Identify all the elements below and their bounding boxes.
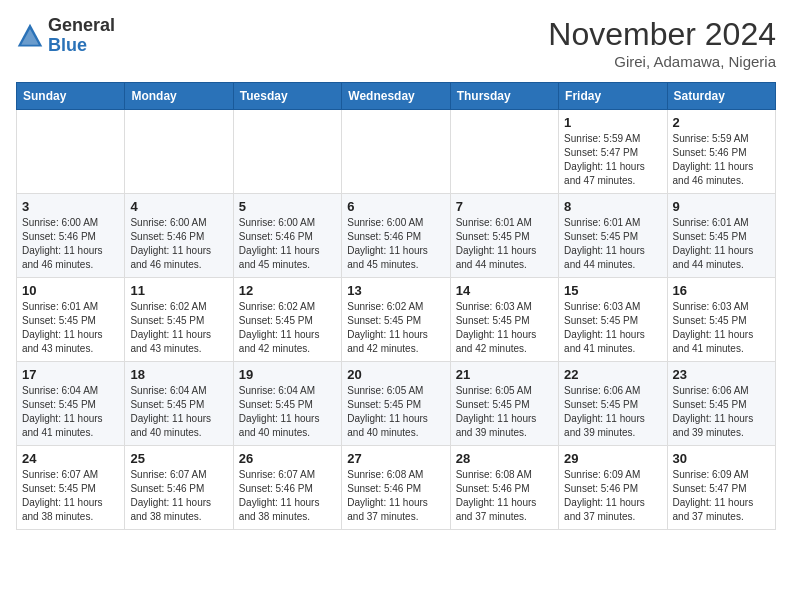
day-number: 21 xyxy=(456,367,553,382)
day-info: Sunrise: 6:08 AM Sunset: 5:46 PM Dayligh… xyxy=(456,468,553,524)
day-number: 19 xyxy=(239,367,336,382)
weekday-header-wednesday: Wednesday xyxy=(342,83,450,110)
weekday-header-thursday: Thursday xyxy=(450,83,558,110)
day-cell: 27Sunrise: 6:08 AM Sunset: 5:46 PM Dayli… xyxy=(342,446,450,530)
day-number: 14 xyxy=(456,283,553,298)
day-info: Sunrise: 6:06 AM Sunset: 5:45 PM Dayligh… xyxy=(564,384,661,440)
day-info: Sunrise: 6:01 AM Sunset: 5:45 PM Dayligh… xyxy=(456,216,553,272)
day-cell: 26Sunrise: 6:07 AM Sunset: 5:46 PM Dayli… xyxy=(233,446,341,530)
day-number: 24 xyxy=(22,451,119,466)
day-number: 2 xyxy=(673,115,770,130)
day-number: 10 xyxy=(22,283,119,298)
day-cell: 14Sunrise: 6:03 AM Sunset: 5:45 PM Dayli… xyxy=(450,278,558,362)
day-cell: 8Sunrise: 6:01 AM Sunset: 5:45 PM Daylig… xyxy=(559,194,667,278)
day-cell: 6Sunrise: 6:00 AM Sunset: 5:46 PM Daylig… xyxy=(342,194,450,278)
calendar-body: 1Sunrise: 5:59 AM Sunset: 5:47 PM Daylig… xyxy=(17,110,776,530)
day-cell: 10Sunrise: 6:01 AM Sunset: 5:45 PM Dayli… xyxy=(17,278,125,362)
day-cell: 11Sunrise: 6:02 AM Sunset: 5:45 PM Dayli… xyxy=(125,278,233,362)
day-info: Sunrise: 5:59 AM Sunset: 5:46 PM Dayligh… xyxy=(673,132,770,188)
day-cell: 15Sunrise: 6:03 AM Sunset: 5:45 PM Dayli… xyxy=(559,278,667,362)
weekday-header-sunday: Sunday xyxy=(17,83,125,110)
day-info: Sunrise: 6:02 AM Sunset: 5:45 PM Dayligh… xyxy=(239,300,336,356)
day-number: 27 xyxy=(347,451,444,466)
day-number: 25 xyxy=(130,451,227,466)
day-number: 9 xyxy=(673,199,770,214)
day-info: Sunrise: 6:01 AM Sunset: 5:45 PM Dayligh… xyxy=(22,300,119,356)
day-info: Sunrise: 6:04 AM Sunset: 5:45 PM Dayligh… xyxy=(22,384,119,440)
day-number: 11 xyxy=(130,283,227,298)
day-number: 1 xyxy=(564,115,661,130)
weekday-header-friday: Friday xyxy=(559,83,667,110)
day-cell: 17Sunrise: 6:04 AM Sunset: 5:45 PM Dayli… xyxy=(17,362,125,446)
day-info: Sunrise: 6:03 AM Sunset: 5:45 PM Dayligh… xyxy=(456,300,553,356)
day-number: 17 xyxy=(22,367,119,382)
day-number: 23 xyxy=(673,367,770,382)
weekday-header-saturday: Saturday xyxy=(667,83,775,110)
day-info: Sunrise: 6:04 AM Sunset: 5:45 PM Dayligh… xyxy=(130,384,227,440)
day-cell: 21Sunrise: 6:05 AM Sunset: 5:45 PM Dayli… xyxy=(450,362,558,446)
day-cell: 5Sunrise: 6:00 AM Sunset: 5:46 PM Daylig… xyxy=(233,194,341,278)
day-cell xyxy=(125,110,233,194)
logo-text: General Blue xyxy=(48,16,115,56)
day-info: Sunrise: 6:00 AM Sunset: 5:46 PM Dayligh… xyxy=(239,216,336,272)
day-number: 8 xyxy=(564,199,661,214)
day-cell: 25Sunrise: 6:07 AM Sunset: 5:46 PM Dayli… xyxy=(125,446,233,530)
day-number: 29 xyxy=(564,451,661,466)
day-cell: 7Sunrise: 6:01 AM Sunset: 5:45 PM Daylig… xyxy=(450,194,558,278)
day-cell: 9Sunrise: 6:01 AM Sunset: 5:45 PM Daylig… xyxy=(667,194,775,278)
day-cell: 16Sunrise: 6:03 AM Sunset: 5:45 PM Dayli… xyxy=(667,278,775,362)
day-cell: 19Sunrise: 6:04 AM Sunset: 5:45 PM Dayli… xyxy=(233,362,341,446)
day-number: 18 xyxy=(130,367,227,382)
location: Girei, Adamawa, Nigeria xyxy=(548,53,776,70)
day-info: Sunrise: 6:03 AM Sunset: 5:45 PM Dayligh… xyxy=(673,300,770,356)
calendar-table: SundayMondayTuesdayWednesdayThursdayFrid… xyxy=(16,82,776,530)
title-block: November 2024 Girei, Adamawa, Nigeria xyxy=(548,16,776,70)
day-info: Sunrise: 6:07 AM Sunset: 5:45 PM Dayligh… xyxy=(22,468,119,524)
day-info: Sunrise: 6:02 AM Sunset: 5:45 PM Dayligh… xyxy=(347,300,444,356)
day-cell: 13Sunrise: 6:02 AM Sunset: 5:45 PM Dayli… xyxy=(342,278,450,362)
day-number: 30 xyxy=(673,451,770,466)
day-cell: 12Sunrise: 6:02 AM Sunset: 5:45 PM Dayli… xyxy=(233,278,341,362)
day-cell: 4Sunrise: 6:00 AM Sunset: 5:46 PM Daylig… xyxy=(125,194,233,278)
day-number: 20 xyxy=(347,367,444,382)
week-row-4: 17Sunrise: 6:04 AM Sunset: 5:45 PM Dayli… xyxy=(17,362,776,446)
day-cell: 23Sunrise: 6:06 AM Sunset: 5:45 PM Dayli… xyxy=(667,362,775,446)
weekday-header-monday: Monday xyxy=(125,83,233,110)
day-cell xyxy=(233,110,341,194)
day-cell: 28Sunrise: 6:08 AM Sunset: 5:46 PM Dayli… xyxy=(450,446,558,530)
day-cell: 22Sunrise: 6:06 AM Sunset: 5:45 PM Dayli… xyxy=(559,362,667,446)
weekday-row: SundayMondayTuesdayWednesdayThursdayFrid… xyxy=(17,83,776,110)
logo: General Blue xyxy=(16,16,115,56)
day-info: Sunrise: 6:01 AM Sunset: 5:45 PM Dayligh… xyxy=(564,216,661,272)
day-info: Sunrise: 6:09 AM Sunset: 5:46 PM Dayligh… xyxy=(564,468,661,524)
day-info: Sunrise: 6:08 AM Sunset: 5:46 PM Dayligh… xyxy=(347,468,444,524)
day-cell: 18Sunrise: 6:04 AM Sunset: 5:45 PM Dayli… xyxy=(125,362,233,446)
day-cell xyxy=(450,110,558,194)
day-info: Sunrise: 6:05 AM Sunset: 5:45 PM Dayligh… xyxy=(456,384,553,440)
day-number: 12 xyxy=(239,283,336,298)
day-info: Sunrise: 6:00 AM Sunset: 5:46 PM Dayligh… xyxy=(347,216,444,272)
day-cell xyxy=(342,110,450,194)
day-info: Sunrise: 6:03 AM Sunset: 5:45 PM Dayligh… xyxy=(564,300,661,356)
day-info: Sunrise: 5:59 AM Sunset: 5:47 PM Dayligh… xyxy=(564,132,661,188)
day-number: 3 xyxy=(22,199,119,214)
day-number: 15 xyxy=(564,283,661,298)
day-number: 16 xyxy=(673,283,770,298)
day-info: Sunrise: 6:06 AM Sunset: 5:45 PM Dayligh… xyxy=(673,384,770,440)
day-info: Sunrise: 6:00 AM Sunset: 5:46 PM Dayligh… xyxy=(130,216,227,272)
day-number: 4 xyxy=(130,199,227,214)
day-info: Sunrise: 6:07 AM Sunset: 5:46 PM Dayligh… xyxy=(130,468,227,524)
day-number: 28 xyxy=(456,451,553,466)
day-cell xyxy=(17,110,125,194)
day-number: 22 xyxy=(564,367,661,382)
month-title: November 2024 xyxy=(548,16,776,53)
day-cell: 24Sunrise: 6:07 AM Sunset: 5:45 PM Dayli… xyxy=(17,446,125,530)
day-info: Sunrise: 6:09 AM Sunset: 5:47 PM Dayligh… xyxy=(673,468,770,524)
day-info: Sunrise: 6:01 AM Sunset: 5:45 PM Dayligh… xyxy=(673,216,770,272)
week-row-1: 1Sunrise: 5:59 AM Sunset: 5:47 PM Daylig… xyxy=(17,110,776,194)
day-info: Sunrise: 6:07 AM Sunset: 5:46 PM Dayligh… xyxy=(239,468,336,524)
day-cell: 3Sunrise: 6:00 AM Sunset: 5:46 PM Daylig… xyxy=(17,194,125,278)
day-cell: 20Sunrise: 6:05 AM Sunset: 5:45 PM Dayli… xyxy=(342,362,450,446)
week-row-2: 3Sunrise: 6:00 AM Sunset: 5:46 PM Daylig… xyxy=(17,194,776,278)
logo-icon xyxy=(16,22,44,50)
